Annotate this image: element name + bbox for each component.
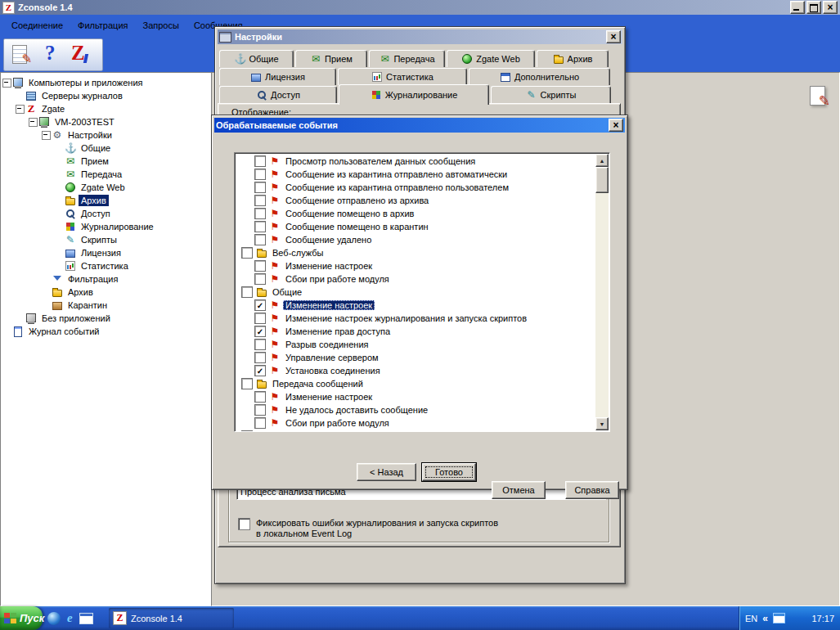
event-item-label[interactable]: Управление сервером (283, 353, 381, 362)
event-item[interactable] (235, 430, 595, 432)
event-item-label[interactable]: Изменение настроек журналирования и запу… (283, 313, 529, 323)
event-item[interactable]: Изменение настроек (235, 259, 595, 272)
event-item-label[interactable]: Сообщение из карантина отправлено автома… (283, 169, 510, 179)
tree-item[interactable]: Настройки (1, 128, 212, 142)
event-checkbox[interactable] (254, 260, 266, 272)
event-item[interactable]: Не удалось доставить сообщение (235, 403, 595, 416)
tree-item[interactable]: Zgate Web (1, 181, 212, 194)
event-item[interactable]: Изменение настроек (235, 299, 595, 312)
event-item-label[interactable]: Изменение настроек (283, 392, 375, 402)
tab-journaling[interactable]: Журналирование (339, 84, 489, 105)
event-item-label[interactable]: Разрыв соединения (283, 340, 371, 349)
scrollbar-track[interactable] (595, 167, 609, 417)
event-checkbox[interactable] (254, 208, 266, 219)
event-item-label[interactable]: Изменение настроек (283, 300, 375, 310)
event-item-label[interactable]: Установка соединения (283, 366, 383, 376)
tree-item[interactable]: Лицензия (1, 246, 212, 259)
tree-item[interactable]: Без приложений (1, 312, 212, 325)
note-edit-icon[interactable] (808, 85, 829, 108)
tree-item[interactable]: Передача (1, 168, 212, 181)
tree-item[interactable]: Журнал событий (1, 325, 212, 338)
events-close-button[interactable] (609, 119, 623, 132)
menu-connection[interactable]: Соединение (5, 18, 70, 33)
event-checkbox[interactable] (254, 221, 266, 232)
language-indicator[interactable]: EN (745, 614, 757, 623)
media-player-icon[interactable] (47, 612, 61, 625)
event-item[interactable]: Сообщение отправлено из архива (235, 194, 595, 207)
event-item-label[interactable]: Общие (270, 287, 304, 297)
window-titlebar[interactable]: Zconsole 1.4 (0, 0, 840, 15)
tab-statistics[interactable]: Статистика (338, 68, 467, 85)
tree-item[interactable]: Прием (1, 155, 212, 168)
expand-toggle-icon[interactable] (29, 115, 38, 128)
expand-toggle-icon[interactable] (16, 102, 25, 115)
help-button[interactable]: Справка (565, 481, 619, 499)
event-checkbox[interactable] (241, 286, 253, 298)
event-item[interactable]: Управление сервером (235, 351, 595, 364)
event-checkbox[interactable] (254, 313, 266, 324)
menu-filtering[interactable]: Фильтрация (71, 18, 134, 33)
events-dialog-titlebar[interactable]: Обрабатываемые события (214, 118, 625, 133)
tree-item[interactable]: Общие (1, 142, 212, 155)
scrollbar-thumb[interactable] (595, 167, 609, 193)
internet-explorer-icon[interactable]: e (67, 611, 73, 625)
event-checkbox[interactable] (254, 417, 266, 429)
event-item[interactable]: Веб-службы (235, 246, 595, 259)
event-checkbox[interactable] (254, 339, 266, 350)
event-item[interactable]: Сообщение помещено в карантин (235, 220, 595, 233)
tree-item[interactable]: VM-2003TEST (1, 115, 212, 128)
event-item-label[interactable]: Просмотр пользователем данных сообщения (283, 156, 478, 166)
event-item-label[interactable]: Сообщение помещено в карантин (283, 222, 431, 232)
zconsole-toolbar-button[interactable] (65, 42, 94, 68)
event-checkbox[interactable] (254, 234, 266, 245)
tab-general[interactable]: Общие (219, 50, 294, 67)
tab-zgate-web[interactable]: Zgate Web (447, 50, 535, 67)
help-toolbar-button[interactable] (35, 42, 65, 68)
finish-button[interactable]: Готово (422, 463, 476, 481)
event-item-label[interactable]: Веб-службы (270, 248, 326, 258)
event-item[interactable]: Сообщение помещено в архив (235, 207, 595, 220)
tree-item[interactable]: Компьютеры и приложения (1, 76, 212, 89)
collapse-chevron-icon[interactable]: « (762, 613, 768, 624)
event-checkbox[interactable] (254, 352, 266, 363)
expand-toggle-icon[interactable] (42, 128, 51, 142)
event-checkbox[interactable] (254, 299, 266, 311)
event-item-label[interactable]: Изменение настроек (283, 261, 375, 271)
tree-item[interactable]: Фильтрация (1, 272, 212, 286)
event-item-label[interactable]: Сообщение удалено (283, 235, 374, 245)
tab-archive[interactable]: Архив (537, 50, 609, 67)
event-checkbox[interactable] (254, 326, 266, 337)
event-item[interactable]: Изменение прав доступа (235, 325, 595, 338)
cancel-button[interactable]: Отмена (492, 481, 546, 499)
event-item[interactable]: Просмотр пользователем данных сообщения (235, 155, 595, 168)
tree-item[interactable]: Журналирование (1, 220, 212, 233)
event-item-label[interactable]: Сообщение помещено в архив (283, 209, 416, 218)
event-checkbox[interactable] (241, 378, 253, 389)
tab-advanced[interactable]: Дополнительно (469, 68, 610, 85)
show-desktop-icon[interactable] (79, 613, 93, 624)
tab-license[interactable]: Лицензия (219, 68, 336, 85)
event-item[interactable]: Установка соединения (235, 364, 595, 377)
tree-item[interactable]: Zgate (1, 102, 212, 115)
event-checkbox[interactable] (254, 155, 266, 167)
event-item[interactable]: Разрыв соединения (235, 338, 595, 351)
back-button[interactable]: < Назад (357, 463, 416, 481)
minimize-button[interactable] (790, 1, 805, 14)
event-item[interactable]: Сбои при работе модуля (235, 416, 595, 430)
scroll-down-icon[interactable]: ▼ (595, 417, 609, 430)
event-item[interactable]: Изменение настроек (235, 390, 595, 403)
tree-item[interactable]: Архив (1, 286, 212, 299)
event-item-label[interactable]: Не удалось доставить сообщение (283, 405, 430, 415)
tree-item[interactable]: Серверы журналов (1, 89, 212, 102)
tree-item[interactable]: Архив (1, 194, 212, 207)
tree-item[interactable]: Карантин (1, 299, 212, 312)
close-button[interactable] (823, 1, 838, 14)
event-item[interactable]: Сообщение удалено (235, 233, 595, 246)
event-item-label[interactable]: Передача сообщений (270, 379, 366, 389)
event-checkbox[interactable] (254, 365, 266, 376)
settings-dialog-titlebar[interactable]: Настройки (218, 29, 622, 44)
tab-receive[interactable]: Прием (295, 50, 367, 67)
event-item-label[interactable]: Изменение прав доступа (283, 326, 393, 336)
event-checkbox[interactable] (254, 182, 266, 193)
event-checkbox[interactable] (254, 195, 266, 206)
